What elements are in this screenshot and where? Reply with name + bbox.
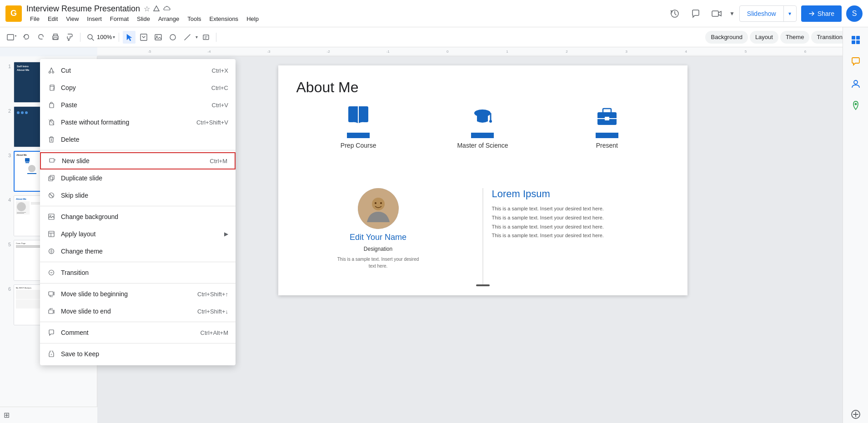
menu-arrange[interactable]: Arrange xyxy=(155,15,183,23)
print-btn[interactable] xyxy=(49,31,62,44)
menu-view[interactable]: View xyxy=(62,15,82,23)
ctx-move-to-end[interactable]: Move slide to end Ctrl+Shift+↓ xyxy=(40,303,236,320)
menu-slide[interactable]: Slide xyxy=(133,15,154,23)
ctx-comment[interactable]: Comment Ctrl+Alt+M xyxy=(40,324,236,341)
col1-icon-wrap xyxy=(345,102,372,129)
skip-icon xyxy=(47,191,55,199)
slideshow-dropdown-button[interactable]: ▾ xyxy=(783,6,796,21)
col3-label: Present xyxy=(596,142,618,149)
drive-icon[interactable] xyxy=(153,5,160,12)
history-button[interactable] xyxy=(667,5,683,22)
star-icon[interactable]: ☆ xyxy=(144,5,150,13)
paint-format-btn[interactable] xyxy=(64,31,76,44)
line-btn[interactable] xyxy=(181,31,194,44)
ctx-paste-no-format[interactable]: Paste without formatting Ctrl+Shift+V xyxy=(40,114,236,131)
ctx-skip-slide[interactable]: Skip slide xyxy=(40,187,236,204)
ctx-apply-layout[interactable]: Apply layout ▶ xyxy=(40,225,236,243)
menu-format[interactable]: Format xyxy=(106,15,132,23)
move-beginning-icon xyxy=(47,290,55,298)
ctx-cut-shortcut: Ctrl+X xyxy=(212,67,228,74)
svg-rect-71 xyxy=(49,231,54,237)
ruler: -5 -4 -3 -2 -1 0 1 2 3 4 5 6 xyxy=(97,47,843,56)
title-icons: ☆ xyxy=(144,5,171,13)
ctx-sep-2 xyxy=(40,206,236,206)
zoom-btn[interactable] xyxy=(84,31,97,44)
image-btn[interactable] xyxy=(152,31,165,44)
sidebar-templates-icon[interactable] xyxy=(847,31,865,49)
slide-number-5: 5 xyxy=(4,240,11,247)
menu-edit[interactable]: Edit xyxy=(44,15,61,23)
menu-insert[interactable]: Insert xyxy=(83,15,105,23)
ctx-duplicate-label: Duplicate slide xyxy=(61,174,102,182)
ctx-transition[interactable]: Transition xyxy=(40,264,236,281)
cursor-btn[interactable] xyxy=(123,31,135,44)
ctx-apply-layout-label: Apply layout xyxy=(61,230,95,238)
ctx-cut[interactable]: Cut Ctrl+X xyxy=(40,62,236,79)
zoom-dropdown-icon[interactable]: ▾ xyxy=(113,35,115,40)
zoom-control[interactable]: 100% ▾ xyxy=(84,31,115,44)
ctx-move-beginning-label: Move slide to beginning xyxy=(61,290,128,298)
ctx-paste[interactable]: Paste Ctrl+V xyxy=(40,96,236,114)
meet-button[interactable] xyxy=(708,5,725,22)
ctx-copy[interactable]: Copy Ctrl+C xyxy=(40,79,236,96)
grid-view-btn[interactable]: ⊞ xyxy=(4,411,10,419)
ctx-save-to-keep[interactable]: Save to Keep xyxy=(40,345,236,363)
svg-line-55 xyxy=(50,68,52,71)
redo-btn[interactable] xyxy=(35,31,47,44)
move-end-icon xyxy=(47,307,55,315)
svg-point-13 xyxy=(170,35,176,40)
svg-line-56 xyxy=(51,68,53,71)
svg-rect-15 xyxy=(203,35,209,40)
slideshow-main-button[interactable]: Slideshow xyxy=(740,6,783,21)
slide-bottom-bar xyxy=(476,284,490,286)
background-chip[interactable]: Background xyxy=(705,31,748,44)
title-section: Interview Resume Presentation ☆ File Edi… xyxy=(26,4,662,23)
select-tool-btn[interactable] xyxy=(137,31,150,44)
sidebar-chat-icon[interactable] xyxy=(847,53,865,71)
sidebar-add-icon[interactable] xyxy=(851,409,861,419)
ctx-change-background[interactable]: Change background xyxy=(40,208,236,225)
context-menu: Cut Ctrl+X Copy Ctrl+C Paste Ctrl+V Past… xyxy=(40,59,236,365)
share-button[interactable]: Share xyxy=(801,5,842,22)
col3-bar xyxy=(596,133,618,138)
profile-name[interactable]: Edit Your Name xyxy=(350,233,406,242)
ctx-move-to-beginning[interactable]: Move slide to beginning Ctrl+Shift+↑ xyxy=(40,285,236,303)
line-dropdown-icon[interactable]: ▾ xyxy=(196,35,198,40)
sidebar-maps-icon[interactable] xyxy=(847,96,865,114)
svg-rect-11 xyxy=(155,35,161,40)
share-label: Share xyxy=(818,10,834,17)
slide-col-3: Present xyxy=(562,102,652,149)
new-slide-toolbar-btn[interactable] xyxy=(5,31,18,44)
menu-extensions[interactable]: Extensions xyxy=(206,15,242,23)
top-right: ▼ Slideshow ▾ Share S xyxy=(667,5,863,22)
sidebar-account-icon[interactable] xyxy=(847,75,865,93)
textbox-btn[interactable] xyxy=(200,31,212,44)
comment-button[interactable] xyxy=(687,5,704,22)
col2-bar xyxy=(471,133,494,138)
menu-file[interactable]: File xyxy=(26,15,43,23)
slide-canvas: About Me Prep Course xyxy=(278,65,687,295)
ctx-change-theme[interactable]: Change theme xyxy=(40,243,236,260)
paste-icon xyxy=(47,101,55,109)
slide-number-4: 4 xyxy=(4,195,11,203)
background-icon xyxy=(47,213,55,221)
theme-chip[interactable]: Theme xyxy=(780,31,809,44)
svg-rect-65 xyxy=(49,177,53,181)
ctx-new-slide[interactable]: New slide Ctrl+M xyxy=(40,152,236,169)
lorem-line-4: This is a sample text. Insert your desir… xyxy=(492,231,669,240)
undo-btn[interactable] xyxy=(20,31,33,44)
ctx-delete[interactable]: Delete xyxy=(40,131,236,148)
delete-icon xyxy=(47,135,55,144)
app-logo[interactable]: G xyxy=(5,5,22,22)
user-avatar[interactable]: S xyxy=(846,5,863,22)
ctx-duplicate-slide[interactable]: Duplicate slide xyxy=(40,169,236,187)
layout-chip[interactable]: Layout xyxy=(750,31,778,44)
graduation-icon xyxy=(470,103,495,128)
ctx-save-to-keep-label: Save to Keep xyxy=(61,350,99,358)
menu-bar: File Edit View Insert Format Slide Arran… xyxy=(26,15,662,23)
svg-line-9 xyxy=(92,39,94,40)
shape-btn[interactable] xyxy=(166,31,179,44)
cloud-icon[interactable] xyxy=(163,5,171,12)
menu-help[interactable]: Help xyxy=(243,15,262,23)
menu-tools[interactable]: Tools xyxy=(184,15,205,23)
